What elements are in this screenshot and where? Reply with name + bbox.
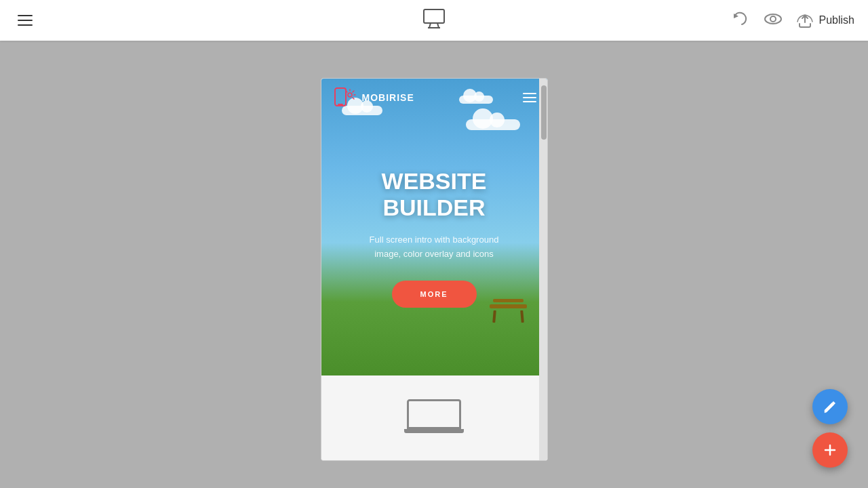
- svg-line-2: [437, 23, 439, 28]
- undo-icon[interactable]: [730, 9, 750, 32]
- preview-nav-menu-icon[interactable]: [523, 93, 536, 102]
- svg-rect-0: [424, 9, 444, 23]
- svg-point-9: [348, 93, 352, 97]
- svg-line-13: [353, 98, 354, 99]
- hero-overlay: WEBSITE BUILDER Full screen intro with b…: [321, 79, 547, 377]
- toolbar-center: [421, 6, 447, 35]
- pencil-icon: [823, 399, 837, 414]
- laptop-base: [404, 429, 464, 433]
- hero-title: WEBSITE BUILDER: [382, 168, 487, 221]
- fab-edit-button[interactable]: [812, 389, 848, 424]
- hero-subtitle: Full screen intro with background image,…: [359, 233, 509, 262]
- preview-content: WEBSITE BUILDER Full screen intro with b…: [321, 79, 547, 460]
- fab-container: [812, 389, 848, 468]
- preview-hero-section: WEBSITE BUILDER Full screen intro with b…: [321, 79, 547, 377]
- plus-icon: [823, 443, 837, 458]
- toolbar-left: [14, 11, 37, 30]
- svg-rect-7: [335, 88, 346, 106]
- mobirise-logo-icon: [332, 85, 357, 110]
- preview-scrollbar[interactable]: [539, 79, 547, 460]
- fab-add-button[interactable]: [812, 432, 848, 468]
- svg-line-11: [353, 91, 354, 92]
- preview-nav: MOBIRISE: [321, 79, 547, 116]
- toolbar-right: Publish: [730, 8, 854, 33]
- laptop-icon: [407, 399, 461, 436]
- hero-cta-button[interactable]: MORE: [392, 281, 477, 308]
- laptop-screen: [407, 399, 461, 429]
- svg-line-1: [429, 23, 431, 28]
- preview-bottom-section: [321, 375, 547, 460]
- canvas-area: WEBSITE BUILDER Full screen intro with b…: [0, 41, 868, 488]
- monitor-icon[interactable]: [421, 6, 447, 35]
- preview-logo: MOBIRISE: [332, 85, 414, 110]
- preview-eye-icon[interactable]: [762, 8, 784, 33]
- preview-frame: WEBSITE BUILDER Full screen intro with b…: [321, 78, 548, 461]
- publish-label: Publish: [819, 14, 854, 26]
- menu-icon[interactable]: [14, 11, 37, 30]
- preview-logo-text: MOBIRISE: [362, 92, 414, 103]
- toolbar: Publish: [0, 0, 868, 41]
- svg-point-6: [770, 16, 776, 22]
- publish-button[interactable]: Publish: [796, 12, 854, 29]
